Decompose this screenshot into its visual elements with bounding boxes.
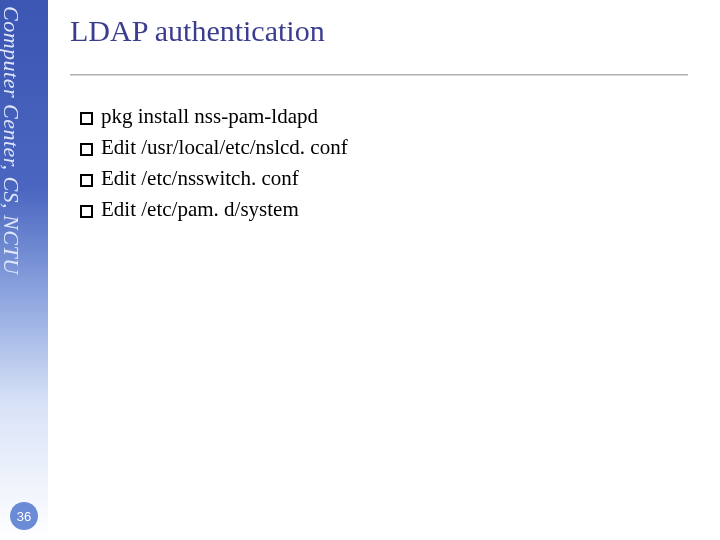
square-bullet-icon — [80, 205, 93, 218]
bullet-text: Edit /etc/pam. d/system — [101, 197, 299, 222]
bullet-text: Edit /etc/nsswitch. conf — [101, 166, 299, 191]
bullet-text: pkg install nss-pam-ldapd — [101, 104, 318, 129]
bullet-text: Edit /usr/local/etc/nslcd. conf — [101, 135, 348, 160]
bullet-list: pkg install nss-pam-ldapd Edit /usr/loca… — [80, 104, 700, 222]
slide-content: LDAP authentication pkg install nss-pam-… — [70, 14, 700, 228]
square-bullet-icon — [80, 174, 93, 187]
org-text: Computer Center, CS, NCTU — [0, 6, 24, 275]
sidebar: Computer Center, CS, NCTU — [0, 0, 48, 540]
list-item: Edit /etc/nsswitch. conf — [80, 166, 700, 191]
list-item: Edit /etc/pam. d/system — [80, 197, 700, 222]
page-number: 36 — [17, 509, 31, 524]
list-item: pkg install nss-pam-ldapd — [80, 104, 700, 129]
list-item: Edit /usr/local/etc/nslcd. conf — [80, 135, 700, 160]
square-bullet-icon — [80, 143, 93, 156]
slide-title: LDAP authentication — [70, 14, 700, 48]
title-underline — [70, 74, 688, 76]
square-bullet-icon — [80, 112, 93, 125]
page-number-badge: 36 — [10, 502, 38, 530]
